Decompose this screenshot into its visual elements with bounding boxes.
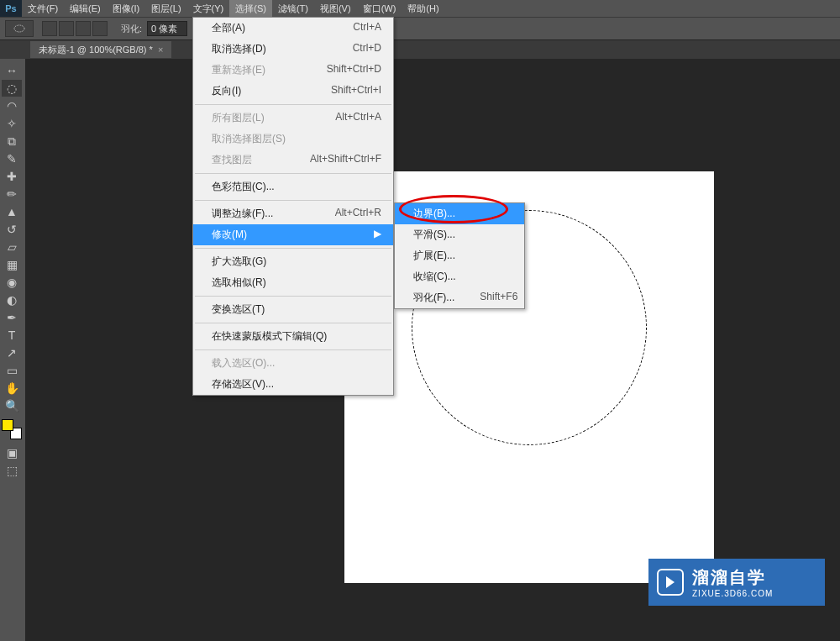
menu-item[interactable]: 色彩范围(C)... (193, 176, 393, 197)
menu-file[interactable]: 文件(F) (22, 0, 64, 17)
submenu-item-label: 边界(B)... (413, 207, 455, 221)
screenmode-icon[interactable]: ⬚ (2, 462, 22, 479)
zoom-tool-icon[interactable]: 🔍 (2, 397, 22, 414)
menu-item-label: 在快速蒙版模式下编辑(Q) (212, 329, 327, 344)
menu-item-label: 色彩范围(C)... (212, 180, 275, 194)
tool-preset-icon[interactable] (5, 20, 34, 37)
menu-shortcut: Shift+Ctrl+D (327, 63, 381, 77)
submenu-item-label: 扩展(E)... (413, 249, 455, 263)
watermark-title: 溜溜自学 (692, 566, 773, 589)
submenu-item[interactable]: 羽化(F)...Shift+F6 (395, 287, 524, 308)
menu-image[interactable]: 图像(I) (107, 0, 145, 17)
dodge-tool-icon[interactable]: ◐ (2, 292, 22, 308)
menu-layer[interactable]: 图层(L) (145, 0, 186, 17)
menu-item-label: 载入选区(O)... (212, 356, 275, 370)
menu-item[interactable]: 在快速蒙版模式下编辑(Q) (193, 326, 393, 347)
menu-item[interactable]: 变换选区(T) (193, 299, 393, 320)
menu-shortcut: Shift+F6 (480, 291, 517, 305)
menu-item[interactable]: 修改(M)▶ (193, 224, 393, 245)
menu-shortcut: Alt+Ctrl+R (335, 207, 381, 221)
mode-add-icon[interactable] (59, 21, 74, 36)
mode-new-icon[interactable] (42, 21, 57, 36)
menu-item-label: 调整边缘(F)... (212, 207, 273, 221)
mode-intersect-icon[interactable] (92, 21, 108, 36)
menu-type[interactable]: 文字(Y) (187, 0, 230, 17)
mode-subtract-icon[interactable] (76, 21, 91, 36)
menu-window[interactable]: 窗口(W) (357, 0, 402, 17)
shape-tool-icon[interactable]: ▭ (2, 362, 22, 379)
menu-shortcut: Ctrl+A (353, 21, 381, 35)
eyedropper-tool-icon[interactable]: ✎ (2, 150, 22, 167)
hand-tool-icon[interactable]: ✋ (2, 380, 22, 397)
menu-item[interactable]: 调整边缘(F)...Alt+Ctrl+R (193, 203, 393, 224)
blur-tool-icon[interactable]: ◉ (2, 274, 22, 291)
menu-item-label: 变换选区(T) (212, 302, 265, 317)
menu-shortcut: Alt+Ctrl+A (335, 111, 381, 125)
menu-item-label: 存储选区(V)... (212, 377, 274, 391)
menu-item-label: 扩大选取(G) (212, 255, 266, 269)
options-bar: 羽化: 调整边缘 ... (0, 17, 840, 40)
menu-item-label: 反向(I) (212, 84, 241, 98)
canvas-area (25, 59, 840, 641)
menu-bar: Ps 文件(F) 编辑(E) 图像(I) 图层(L) 文字(Y) 选择(S) 滤… (0, 0, 840, 17)
submenu-item[interactable]: 边界(B)... (395, 203, 524, 224)
menu-item-label: 取消选择(D) (212, 42, 266, 56)
watermark-url: ZIXUE.3D66.COM (692, 589, 773, 598)
menu-filter[interactable]: 滤镜(T) (272, 0, 314, 17)
menu-separator (195, 296, 391, 297)
submenu-item[interactable]: 收缩(C)... (395, 266, 524, 287)
menu-item-label: 取消选择图层(S) (212, 132, 286, 146)
tab-close-icon[interactable]: × (158, 45, 163, 55)
menu-separator (195, 200, 391, 201)
lasso-tool-icon[interactable]: ◠ (2, 97, 22, 114)
wand-tool-icon[interactable]: ✧ (2, 115, 22, 132)
toolbox: ↔ ◌ ◠ ✧ ⧉ ✎ ✚ ✏ ▲ ↺ ▱ ▦ ◉ ◐ ✒ T ↗ ▭ ✋ 🔍 … (0, 59, 24, 480)
modify-submenu: 边界(B)...平滑(S)...扩展(E)...收缩(C)...羽化(F)...… (394, 202, 525, 309)
menu-item[interactable]: 全部(A)Ctrl+A (193, 18, 393, 39)
crop-tool-icon[interactable]: ⧉ (2, 133, 22, 150)
feather-input[interactable] (147, 21, 187, 36)
menu-item[interactable]: 扩大选取(G) (193, 251, 393, 272)
type-tool-icon[interactable]: T (2, 327, 22, 344)
pen-tool-icon[interactable]: ✒ (2, 309, 22, 326)
feather-label: 羽化: (121, 23, 142, 35)
submenu-item[interactable]: 平滑(S)... (395, 224, 524, 245)
menu-item[interactable]: 存储选区(V)... (193, 374, 393, 395)
eraser-tool-icon[interactable]: ▱ (2, 239, 22, 255)
move-tool-icon[interactable]: ↔ (2, 62, 22, 79)
menu-help[interactable]: 帮助(H) (402, 0, 444, 17)
menu-edit[interactable]: 编辑(E) (64, 0, 107, 17)
menu-item-label: 全部(A) (212, 21, 245, 35)
menu-shortcut: Ctrl+D (353, 42, 381, 56)
menu-item-label: 重新选择(E) (212, 63, 265, 77)
color-swatches[interactable] (2, 419, 22, 439)
menu-item[interactable]: 反向(I)Shift+Ctrl+I (193, 81, 393, 102)
document-tab-bar: 未标题-1 @ 100%(RGB/8) * × (0, 40, 840, 59)
stamp-tool-icon[interactable]: ▲ (2, 203, 22, 220)
menu-select[interactable]: 选择(S) (229, 0, 272, 17)
history-brush-tool-icon[interactable]: ↺ (2, 221, 22, 238)
watermark: 溜溜自学 ZIXUE.3D66.COM (648, 559, 825, 606)
menu-item[interactable]: 取消选择(D)Ctrl+D (193, 39, 393, 60)
menu-view[interactable]: 视图(V) (314, 0, 357, 17)
menu-item-label: 选取相似(R) (212, 276, 266, 290)
menu-separator (195, 349, 391, 350)
healing-tool-icon[interactable]: ✚ (2, 168, 22, 185)
foreground-color-swatch[interactable] (2, 419, 13, 431)
submenu-item[interactable]: 扩展(E)... (395, 245, 524, 266)
path-tool-icon[interactable]: ↗ (2, 344, 22, 361)
menu-item: 所有图层(L)Alt+Ctrl+A (193, 108, 393, 129)
menu-item-label: 查找图层 (212, 153, 252, 167)
document-tab[interactable]: 未标题-1 @ 100%(RGB/8) * × (30, 41, 171, 58)
menu-separator (195, 173, 391, 174)
brush-tool-icon[interactable]: ✏ (2, 186, 22, 202)
gradient-tool-icon[interactable]: ▦ (2, 256, 22, 273)
submenu-arrow-icon: ▶ (374, 228, 381, 242)
quickmask-icon[interactable]: ▣ (2, 444, 22, 461)
document-tab-title: 未标题-1 @ 100%(RGB/8) * (39, 44, 153, 56)
select-menu-dropdown: 全部(A)Ctrl+A取消选择(D)Ctrl+D重新选择(E)Shift+Ctr… (192, 17, 394, 396)
marquee-tool-icon[interactable]: ◌ (2, 80, 22, 97)
menu-item[interactable]: 选取相似(R) (193, 272, 393, 293)
submenu-item-label: 收缩(C)... (413, 270, 456, 284)
menu-item-label: 修改(M) (212, 228, 247, 242)
